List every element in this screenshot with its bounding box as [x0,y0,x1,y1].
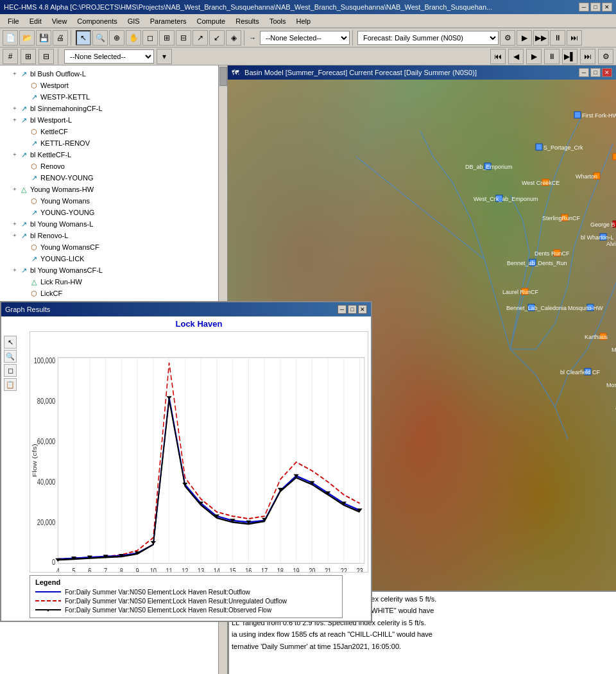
tree-expand[interactable] [21,289,30,298]
tree-expand[interactable]: + [10,231,19,240]
run4-button[interactable]: ⏭ [567,30,582,46]
run1-button[interactable]: ▶ [517,30,532,46]
step-back-button[interactable]: ◀ [508,49,524,64]
tree-expand[interactable] [21,173,30,182]
tree-item[interactable]: ⬡KettleCF [0,126,227,137]
grid2-button[interactable]: ⊞ [21,49,36,64]
maximize-button[interactable]: □ [590,3,601,12]
basin-maximize[interactable]: □ [590,68,601,77]
export-tool[interactable]: 📋 [4,378,17,391]
tree-item[interactable]: ↗YOUNG-LICK [0,253,227,264]
menu-tools[interactable]: Tools [264,16,291,26]
config-button[interactable]: ⚙ [598,49,613,64]
element1-button[interactable]: ⊞ [159,30,175,46]
tree-item[interactable]: +↗bl Westport-L [0,114,227,126]
menu-gis[interactable]: GIS [123,16,145,26]
tree-expand[interactable]: + [10,220,19,229]
tree-item[interactable]: ⬡Young Womans [0,195,227,207]
graph-close[interactable]: ✕ [358,305,367,314]
hand-button[interactable]: ✋ [126,30,141,46]
none-selected-dropdown[interactable]: --None Selected-- [260,31,350,45]
tree-expand[interactable]: + [10,69,19,78]
tree-item[interactable]: ↗WESTP-KETTL [0,91,227,103]
tree-expand[interactable] [21,127,30,136]
select-button[interactable]: ↖ [76,30,91,46]
tree-item[interactable]: ⬡Young WomansCF [0,241,227,253]
save-button[interactable]: 💾 [36,30,51,46]
menu-file[interactable]: File [3,16,24,26]
tree-item[interactable]: ⬡LickCF [0,288,227,299]
play-button[interactable]: ▶ [526,49,542,64]
menu-components[interactable]: Components [72,16,122,26]
tree-expand[interactable]: + [10,185,19,194]
zoom-extend-button[interactable]: ⊕ [109,30,124,46]
menu-edit[interactable]: Edit [24,16,47,26]
graph-maximize[interactable]: □ [348,305,357,314]
tree-expand[interactable] [21,254,30,263]
select-tool[interactable]: ◻ [4,364,17,377]
graph-titlebar[interactable]: Graph Results ─ □ ✕ [1,302,371,316]
step-fwd-button[interactable]: ▶▌ [562,49,578,64]
basin-close[interactable]: ✕ [602,68,612,77]
tree-item[interactable]: △Lick Run-HW [0,276,227,288]
dropdown-arrow[interactable]: ▾ [157,49,172,64]
zoom-tool[interactable]: 🔍 [4,350,17,363]
menu-help[interactable]: Help [291,16,316,26]
menu-parameters[interactable]: Parameters [145,16,192,26]
grid3-button[interactable]: ⊟ [38,49,54,64]
element4-button[interactable]: ↙ [209,30,225,46]
element5-button[interactable]: ◈ [226,30,241,46]
element3-button[interactable]: ↗ [193,30,208,46]
scrollbar-thumb[interactable] [219,67,227,86]
tree-item[interactable]: +↗bl SinnemahoningCF-L [0,103,227,114]
tree-expand[interactable] [21,92,30,101]
grid1-button[interactable]: # [3,49,18,64]
tree-expand[interactable]: + [10,104,19,113]
tree-expand[interactable] [21,277,30,286]
menu-view[interactable]: View [47,16,73,26]
svg-text:20,000: 20,000 [37,517,55,526]
rewind-button[interactable]: ⏮ [490,49,506,64]
tree-expand[interactable] [21,196,30,205]
none-selected-dropdown2[interactable]: --None Selected-- [64,49,154,64]
tree-expand[interactable] [21,162,30,171]
run3-button[interactable]: ⏸ [550,30,565,46]
new-button[interactable]: 📄 [3,30,18,46]
close-button[interactable]: ✕ [602,3,612,12]
menu-compute[interactable]: Compute [192,16,231,26]
tree-expand[interactable] [21,243,30,252]
settings-button[interactable]: ⚙ [500,30,515,46]
fast-fwd-button[interactable]: ⏭ [580,49,595,64]
tree-item[interactable]: ↗RENOV-YOUNG [0,172,227,184]
print-button[interactable]: 🖨 [53,30,68,46]
tree-item[interactable]: ↗YOUNG-YOUNG [0,207,227,218]
run2-button[interactable]: ▶▶ [533,30,549,46]
graph-minimize[interactable]: ─ [338,305,346,314]
tree-item[interactable]: +↗bl Bush Outflow-L [0,68,227,80]
menu-results[interactable]: Results [230,16,264,26]
pause-button[interactable]: ⏸ [544,49,560,64]
cursor-tool[interactable]: ↖ [4,336,17,349]
tree-item[interactable]: +↗bl Young Womans-L [0,218,227,230]
open-button[interactable]: 📂 [19,30,35,46]
tree-expand[interactable]: + [10,266,19,275]
tree-item[interactable]: +↗bl Young WomansCF-L [0,264,227,276]
tree-item[interactable]: +△Young Womans-HW [0,184,227,195]
minimize-button[interactable]: ─ [579,3,589,12]
tree-item[interactable]: +↗bl KettleCF-L [0,149,227,160]
tree-expand[interactable]: + [10,116,19,125]
tree-expand[interactable] [21,139,30,148]
element2-button[interactable]: ⊟ [176,30,191,46]
tree-item[interactable]: ⬡Westport [0,80,227,91]
tree-item[interactable]: +↗bl Renovo-L [0,230,227,241]
zoom-in-button[interactable]: 🔍 [92,30,108,46]
tree-expand[interactable] [21,208,30,217]
tree-item[interactable]: ↗KETTL-RENOV [0,137,227,149]
tree-item[interactable]: ⬡Renovo [0,160,227,172]
tree-expand[interactable] [21,81,30,90]
basin-button[interactable]: ◻ [142,30,158,46]
basin-minimize[interactable]: ─ [579,68,589,77]
forecast-dropdown[interactable]: Forecast: Daily Summer (N0S0) [357,31,499,45]
svg-text:40,000: 40,000 [37,478,55,486]
tree-expand[interactable]: + [10,150,19,159]
